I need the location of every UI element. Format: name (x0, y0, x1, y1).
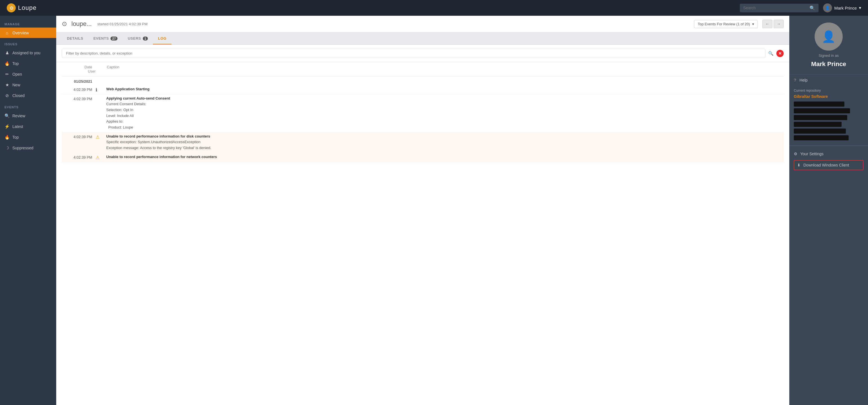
sidebar-item-assigned[interactable]: ♟ Assigned to you (0, 48, 56, 58)
pencil-icon: ✏ (4, 72, 9, 77)
tab-details[interactable]: DETAILS (62, 32, 88, 45)
sidebar-item-label: Overview (12, 31, 29, 35)
sidebar-item-latest[interactable]: ⚡ Latest (0, 121, 56, 132)
user-avatar-large: 👤 (815, 23, 843, 51)
star-icon: ★ (4, 82, 9, 87)
sidebar-item-label: New (12, 83, 20, 87)
repo-label: Current repository (794, 89, 864, 92)
help-label: Help (799, 78, 808, 82)
sidebar-item-label: Suppressed (12, 146, 33, 150)
sidebar-item-top-events[interactable]: 🔥 Top (0, 132, 56, 143)
nav-dropdown[interactable]: Top Events For Review (1 of 20) ▾ (694, 20, 758, 28)
nav-next-button[interactable]: → (774, 20, 784, 28)
logo-area: ⊙ Loupe (7, 3, 36, 12)
sidebar-item-closed[interactable]: ⊘ Closed (0, 90, 56, 101)
user-profile-section: 👤 Signed in as Mark Prince (789, 16, 868, 75)
table-row: 4:02:39 PM ℹ Web Application Starting (62, 85, 784, 94)
repo-name: Gibraltar Software (794, 94, 864, 99)
main-layout: MANAGE ⌂ Overview ISSUES ♟ Assigned to y… (0, 16, 868, 405)
log-date-group: 01/25/2021 (62, 77, 96, 85)
tab-events[interactable]: EVENTS 27 (88, 32, 123, 45)
repo-section: Current repository Gibraltar Software (789, 85, 868, 146)
home-icon: ⌂ (4, 30, 9, 35)
sidebar-item-new[interactable]: ★ New (0, 80, 56, 90)
sidebar-item-label: Assigned to you (12, 51, 40, 55)
sidebar-item-suppressed[interactable]: ☽ Suppressed (0, 143, 56, 153)
magnify-icon: 🔍 (4, 113, 9, 118)
content-area: ⊙ loupe... started 01/25/2021 4:02:39 PM… (56, 16, 789, 405)
lightning-icon: ⚡ (4, 124, 9, 129)
tabs-bar: DETAILS EVENTS 27 USERS 1 LOG (56, 32, 789, 45)
log-table-header: Date Caption User (62, 62, 784, 77)
search-bar[interactable]: 🔍 (740, 4, 818, 12)
manage-label: MANAGE (0, 18, 56, 28)
log-caption: Unable to record performance information… (104, 134, 744, 151)
log-caption-text: Applying current Auto-send Consent (106, 96, 744, 100)
download-label: Download Windows Client (803, 163, 849, 167)
settings-label: Your Settings (800, 152, 824, 156)
users-badge: 1 (143, 36, 148, 40)
person-icon: ♟ (4, 50, 9, 55)
sidebar-item-top-issues[interactable]: 🔥 Top (0, 58, 56, 69)
settings-icon: ⚙ (794, 152, 798, 156)
filter-input[interactable] (62, 49, 766, 58)
sidebar-item-overview[interactable]: ⌂ Overview (0, 28, 56, 38)
info-icon: ℹ (96, 87, 104, 92)
log-time: 4:02:39 PM (62, 96, 96, 101)
top-header: ⊙ Loupe 🔍 👤 Mark Prince ▾ (0, 0, 868, 16)
list-item[interactable] (794, 102, 844, 107)
log-caption-detail: Current Consent Details: Selection: Opt … (106, 101, 744, 131)
download-icon: ⬇ (797, 163, 801, 167)
issue-started: started 01/25/2021 4:02:39 PM (97, 22, 148, 26)
signed-in-label: Signed in as (818, 53, 839, 58)
header-right: 🔍 👤 Mark Prince ▾ (740, 3, 861, 12)
log-time: 4:02:39 PM (62, 87, 96, 92)
list-item[interactable] (794, 128, 846, 134)
sidebar-item-open[interactable]: ✏ Open (0, 69, 56, 80)
list-item[interactable] (794, 135, 848, 140)
tab-users[interactable]: USERS 1 (123, 32, 153, 45)
user-name: Mark Prince (834, 6, 857, 10)
log-caption-detail: Specific exception: System.UnauthorizedA… (106, 139, 744, 151)
log-time: 4:02:39 PM (62, 155, 96, 160)
right-panel-footer: ⚙ Your Settings ⬇ Download Windows Clien… (789, 146, 868, 174)
date-group-row: 01/25/2021 (62, 77, 784, 85)
timer-icon: ⊙ (62, 20, 67, 28)
log-caption: Web Application Starting (104, 87, 744, 91)
download-windows-client-button[interactable]: ⬇ Download Windows Client (794, 160, 864, 170)
sidebar-item-label: Top (12, 135, 19, 140)
empty-icon (96, 96, 104, 96)
sidebar: MANAGE ⌂ Overview ISSUES ♟ Assigned to y… (0, 16, 56, 405)
user-column-header: User (62, 69, 96, 74)
caption-column-header: Caption (96, 65, 784, 69)
fire-events-icon: 🔥 (4, 135, 9, 140)
events-badge: 27 (111, 36, 118, 40)
user-area[interactable]: 👤 Mark Prince ▾ (823, 3, 861, 12)
sidebar-item-label: Closed (12, 93, 25, 98)
tab-log[interactable]: LOG (153, 32, 172, 45)
date-column-header: Date (62, 65, 96, 69)
log-caption: Unable to record performance information… (104, 155, 744, 159)
settings-button[interactable]: ⚙ Your Settings (794, 149, 864, 158)
issues-label: ISSUES (0, 38, 56, 48)
log-content: 🔍 ✕ Date Caption User 01/25/2021 4:02:39… (56, 45, 789, 405)
help-item[interactable]: ? Help (789, 75, 868, 85)
moon-icon: ☽ (4, 145, 9, 150)
filter-clear-button[interactable]: ✕ (776, 50, 784, 57)
table-row: 4:02:39 PM ⚠ Unable to record performanc… (62, 153, 784, 162)
log-caption-text: Web Application Starting (106, 87, 744, 91)
sidebar-item-label: Open (12, 72, 22, 77)
issue-header: ⊙ loupe... started 01/25/2021 4:02:39 PM… (56, 16, 789, 32)
avatar: 👤 (823, 3, 832, 12)
search-input[interactable] (743, 6, 807, 10)
list-item[interactable] (794, 122, 842, 127)
sidebar-item-label: Latest (12, 124, 23, 129)
nav-prev-button[interactable]: ← (762, 20, 772, 28)
dropdown-arrow-icon: ▾ (859, 5, 861, 10)
sidebar-item-review[interactable]: 🔍 Review (0, 111, 56, 121)
list-item[interactable] (794, 115, 847, 120)
table-row: 4:02:39 PM ⚠ Unable to record performanc… (62, 133, 784, 153)
logo-icon: ⊙ (7, 3, 16, 12)
dropdown-caret-icon: ▾ (752, 22, 754, 26)
list-item[interactable] (794, 108, 850, 113)
